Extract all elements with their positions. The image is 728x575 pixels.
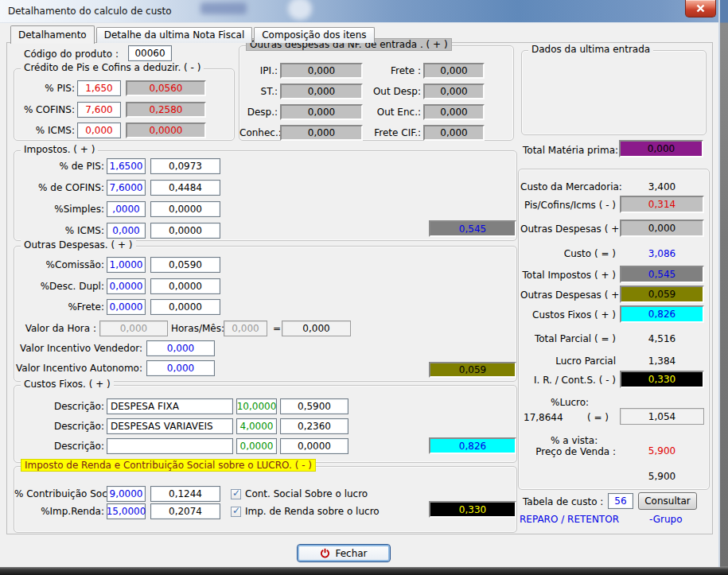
conhec-label: Conhec.: (239, 127, 278, 138)
group-custos-title: Custos Fixos. ( + ) (21, 379, 114, 390)
imp-icms-value[interactable]: 0,0000 (150, 223, 220, 239)
imp-simples-value[interactable]: 0,0000 (150, 201, 220, 217)
tab-detalhamento[interactable]: Detalhamento (10, 25, 95, 44)
descricao1-label: Descrição: (14, 401, 104, 412)
consultar-button[interactable]: Consultar (638, 492, 697, 510)
background-blur-logo (288, 0, 312, 20)
imp-renda-percent-field[interactable]: 15,0000 (107, 503, 146, 519)
cofins-credit-label: % COFINS: (14, 104, 75, 115)
lucro-parcial-label: Lucro Parcial (520, 355, 616, 367)
group-dados-title: Dados da ultima entrada (528, 44, 653, 55)
custo-value: 3,086 (620, 246, 704, 262)
frete-pct-value[interactable]: 0,0000 (150, 299, 220, 315)
close-button[interactable] (685, 0, 716, 17)
cont-social-check-label: Cont. Social Sobre o lucro (245, 488, 368, 499)
outenc-value: 0,000 (423, 104, 485, 120)
descricao3-label: Descrição: (14, 441, 104, 452)
imp-icms-label: % ICMS: (14, 225, 104, 236)
background-blur-blob (200, 2, 247, 14)
desp-label: Desp.: (239, 107, 278, 118)
materia-prima-box: 0,000 (619, 140, 703, 157)
descricao2-percent-field[interactable]: 4,0000 (236, 418, 277, 434)
custo-label: Custo ( = ) (520, 248, 616, 259)
incentivo-vendedor-field[interactable]: 0,000 (146, 340, 215, 356)
cont-social-checkbox[interactable] (231, 489, 241, 499)
desc-dupl-value[interactable]: 0,0000 (150, 278, 220, 294)
imp-simples-label: %Simples: (14, 204, 104, 215)
imp-icms-percent-field[interactable]: 0,000 (107, 223, 146, 239)
ipi-value: 0,000 (280, 63, 363, 79)
horas-mes-field[interactable]: 0,000 (224, 321, 267, 336)
resumo-outras1-label: Outras Despesas ( + ) (520, 223, 616, 235)
fechar-button[interactable]: Fechar (297, 544, 391, 562)
imp-pis-percent-field[interactable]: 1,6500 (107, 158, 146, 174)
icms-credit-percent-field[interactable]: 0,000 (77, 122, 121, 138)
icms-credit-label: % ICMS: (14, 125, 75, 136)
imp-pis-value[interactable]: 0,0973 (150, 158, 220, 174)
background-window-strip (720, 0, 728, 575)
descricao3-field[interactable] (107, 438, 233, 454)
frete-pct-label: %Frete: (14, 301, 104, 313)
imp-cofins-percent-field[interactable]: 7,6000 (107, 180, 146, 196)
cofins-credit-percent-field[interactable]: 7,600 (77, 102, 121, 118)
group-credito-pis-cofins: Crédito de Pis e Cofins a deduzir. ( - )… (14, 68, 235, 141)
descricao1-percent-field[interactable]: 10,0000 (236, 398, 277, 414)
lucro-parcial-value: 1,384 (620, 353, 704, 369)
group-impostos-title: Impostos. ( + ) (21, 144, 98, 155)
imp-simples-percent-field[interactable]: ,0000 (107, 201, 146, 217)
a-vista-label: % a vista: (551, 435, 598, 446)
ir-total-box: 0,330 (429, 501, 516, 518)
hora-equals-sign: = (273, 323, 281, 334)
fretecif-label: Frete CIF.: (359, 127, 421, 138)
descricao1-field[interactable]: DESPESA FIXA (107, 398, 233, 414)
comissao-value[interactable]: 0,0590 (150, 257, 220, 273)
fechar-label: Fechar (335, 548, 367, 559)
group-outras-despesas: Outras Despesas. ( + ) %Comissão: 1,0000… (14, 246, 517, 382)
group-impostos: Impostos. ( + ) % de PIS: 1,6500 0,0973 … (14, 150, 517, 241)
imp-renda-value[interactable]: 0,2074 (150, 503, 220, 519)
grupo-name: REPARO / RETENTOR (520, 514, 619, 525)
outras-total-box: 0,059 (429, 362, 516, 378)
frete-percent-field[interactable]: 0,0000 (107, 299, 146, 315)
imp-renda-check-label: Imp. de Renda sobre o lucro (245, 506, 380, 517)
st-value: 0,000 (280, 84, 363, 99)
frete-value: 0,000 (423, 63, 485, 79)
tabela-custo-field[interactable]: 56 (608, 493, 633, 509)
group-custos-fixos: Custos Fixos. ( + ) Descrição: DESPESA F… (14, 385, 517, 463)
imp-cofins-value[interactable]: 0,4484 (150, 180, 220, 196)
resumo-impostos-label: Total Impostos ( + ) (520, 270, 616, 281)
outdesp-label: Out Desp: (359, 86, 421, 97)
tabela-custo-label: Tabela de custo : (523, 496, 603, 507)
group-nf-despesas: Outras despesas da NF. de entrada . ( + … (239, 45, 514, 141)
contribuicao-social-value[interactable]: 0,1244 (150, 486, 220, 502)
contribuicao-social-percent-field[interactable]: 9,0000 (107, 486, 146, 502)
tab-strip: Detalhamento Detalhe da ultima Nota Fisc… (10, 25, 376, 43)
frete-label: Frete : (359, 65, 421, 76)
tab-detalhe-nota-fiscal[interactable]: Detalhe da ultima Nota Fiscal (96, 27, 253, 43)
imp-renda-checkbox[interactable] (231, 507, 241, 517)
descricao1-value[interactable]: 0,5900 (280, 398, 348, 414)
comissao-percent-field[interactable]: 1,0000 (107, 257, 146, 273)
descricao3-value[interactable]: 0,0000 (280, 438, 348, 454)
pct-lucro-label: %Lucro: (551, 397, 589, 408)
descricao3-percent-field[interactable]: 0,0000 (236, 438, 277, 454)
pis-credit-label: % PIS: (14, 83, 75, 94)
pis-credit-value: 0,0560 (126, 80, 206, 96)
preco-venda-value2: 5,900 (620, 468, 704, 484)
mercadoria-value: 3,400 (620, 179, 704, 195)
resumo-outras2-box: 0,059 (620, 286, 704, 303)
product-code-label: Código do produto : (24, 49, 119, 60)
incentivo-autonomo-field[interactable]: 0,000 (146, 360, 215, 376)
descricao2-value[interactable]: 0,2360 (280, 418, 348, 434)
product-code-field[interactable]: 00060 (128, 45, 172, 61)
impostos-total-box: 0,545 (429, 220, 516, 237)
desp-value: 0,000 (280, 104, 363, 120)
preco-venda-value: 5,900 (620, 443, 704, 459)
descricao2-label: Descrição: (14, 421, 104, 432)
imp-cofins-label: % de COFINS: (14, 182, 104, 193)
tab-composicao-itens[interactable]: Composição dos itens (254, 27, 374, 43)
desc-dupl-percent-field[interactable]: 0,0000 (107, 278, 146, 294)
descricao2-field[interactable]: DESPESAS VARIAVEIS (107, 418, 233, 434)
pis-credit-percent-field[interactable]: 1,650 (77, 80, 121, 96)
valor-hora-field[interactable]: 0,000 (99, 321, 168, 336)
